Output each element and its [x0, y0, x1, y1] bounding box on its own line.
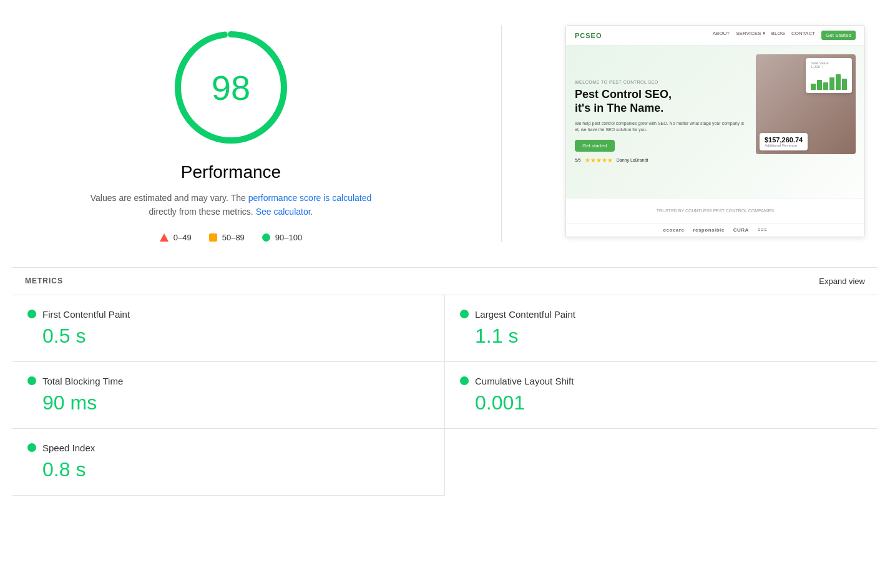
trust-logo-4: ≡≡≡	[758, 227, 768, 233]
mock-review-score: 5/5	[575, 158, 581, 162]
calculator-link[interactable]: See calculator	[256, 207, 311, 217]
trusted-label: TRUSTED BY COUNTLESS PEST CONTROL COMPAN…	[657, 208, 774, 213]
metrics-header: METRICS Expand view	[12, 268, 878, 295]
trust-logo-2: responsible	[693, 227, 724, 233]
metrics-label: METRICS	[25, 277, 63, 285]
metric-lcp: Largest Contentful Paint 1.1 s	[445, 295, 878, 362]
performance-score-link[interactable]: performance score is calculated	[248, 193, 372, 203]
legend-item-low: 0–49	[160, 233, 192, 242]
metric-fcp-value: 0.5 s	[27, 325, 429, 348]
bar-1	[811, 84, 816, 90]
nav-blog: BLOG	[771, 31, 785, 40]
metric-si: Speed Index 0.8 s	[12, 429, 445, 496]
expand-view-button[interactable]: Expand view	[819, 277, 865, 286]
mock-hero-body: We help pest control companies grow with…	[575, 120, 750, 134]
description-suffix: .	[311, 207, 313, 217]
metric-fcp-name: First Contentful Paint	[42, 309, 130, 320]
mock-nav-links: ABOUT SERVICES ▾ BLOG CONTACT Get Starte…	[713, 31, 856, 40]
low-range-label: 0–49	[174, 233, 192, 242]
metric-tbt-header: Total Blocking Time	[27, 376, 429, 386]
screenshot-mockup: PCSEO ABOUT SERVICES ▾ BLOG CONTACT Get …	[566, 26, 864, 237]
bar-6	[842, 79, 847, 90]
performance-title: Performance	[181, 162, 281, 182]
legend-row: 0–49 50–89 90–100	[160, 233, 302, 242]
mock-hero-text: WELCOME TO PEST CONTROL SEO Pest Control…	[575, 54, 750, 189]
metric-si-dot	[27, 443, 36, 452]
mock-hero-image: Sale Value1,200 ↑	[756, 54, 856, 154]
main-container: 98 Performance Values are estimated and …	[0, 0, 890, 521]
bar-3	[823, 82, 828, 90]
nav-cta: Get Started	[821, 31, 856, 40]
trust-logo-3: CURA	[733, 227, 749, 233]
mock-logo: PCSEO	[575, 32, 602, 39]
description-prefix: Values are estimated and may vary. The	[90, 193, 248, 203]
metric-si-name: Speed Index	[42, 443, 95, 453]
description-text: Values are estimated and may vary. The p…	[81, 191, 381, 219]
mock-stars: ★★★★★	[585, 157, 613, 164]
trust-logos-row: ecocare responsible CURA ≡≡≡	[566, 223, 864, 237]
metric-cls-header: Cumulative Layout Shift	[460, 376, 863, 386]
metrics-grid: First Contentful Paint 0.5 s Largest Con…	[12, 295, 878, 496]
mid-range-label: 50–89	[222, 233, 245, 242]
metric-fcp-dot	[27, 310, 36, 318]
legend-item-high: 90–100	[262, 233, 302, 242]
mock-hero-sub: WELCOME TO PEST CONTROL SEO	[575, 80, 750, 84]
metrics-section: METRICS Expand view First Contentful Pai…	[12, 267, 878, 496]
metric-lcp-value: 1.1 s	[460, 325, 863, 348]
mid-icon	[209, 233, 217, 242]
nav-contact: CONTACT	[791, 31, 815, 40]
vertical-divider	[501, 25, 502, 242]
right-panel: PCSEO ABOUT SERVICES ▾ BLOG CONTACT Get …	[565, 25, 865, 237]
metric-cls-dot	[460, 376, 469, 385]
metric-tbt-name: Total Blocking Time	[42, 376, 123, 386]
trust-logo-1: ecocare	[663, 227, 685, 233]
mock-nav: PCSEO ABOUT SERVICES ▾ BLOG CONTACT Get …	[566, 26, 864, 46]
nav-services: SERVICES ▾	[736, 31, 765, 40]
legend-item-mid: 50–89	[209, 233, 245, 242]
metric-tbt-dot	[27, 376, 36, 385]
high-range-label: 90–100	[275, 233, 302, 242]
metric-tbt-value: 90 ms	[27, 391, 429, 414]
bar-5	[836, 74, 841, 90]
metric-tbt: Total Blocking Time 90 ms	[12, 362, 445, 429]
metric-fcp: First Contentful Paint 0.5 s	[12, 295, 445, 362]
low-icon	[160, 233, 169, 242]
bar-4	[829, 77, 834, 90]
metric-fcp-header: First Contentful Paint	[27, 309, 429, 320]
high-icon	[262, 233, 270, 242]
metric-lcp-name: Largest Contentful Paint	[475, 309, 575, 320]
mock-hero-cta: Get started	[575, 140, 615, 152]
stat-label: Sale Value1,200 ↑	[811, 61, 847, 69]
mock-hero-title: Pest Control SEO,it's in The Name.	[575, 88, 750, 115]
mock-bar-chart	[811, 71, 847, 90]
site-screenshot: PCSEO ABOUT SERVICES ▾ BLOG CONTACT Get …	[565, 25, 865, 237]
gauge-container: 98	[169, 25, 293, 150]
stat-sub: Additional Revenue	[765, 144, 803, 147]
metric-cls-name: Cumulative Layout Shift	[475, 376, 574, 386]
description-middle: directly from these metrics.	[149, 207, 256, 217]
metric-si-header: Speed Index	[27, 443, 429, 453]
mock-hero: WELCOME TO PEST CONTROL SEO Pest Control…	[566, 46, 864, 198]
metric-si-value: 0.8 s	[27, 458, 429, 481]
mock-stat-card-bottom: $157,260.74 Additional Revenue	[760, 133, 808, 150]
mock-stat-card-top: Sale Value1,200 ↑	[806, 58, 852, 93]
metric-cls-value: 0.001	[460, 391, 863, 414]
nav-about: ABOUT	[713, 31, 730, 40]
bar-2	[817, 80, 822, 90]
top-section: 98 Performance Values are estimated and …	[12, 25, 878, 242]
mock-reviewer: Danny LeBrandt	[617, 158, 648, 162]
score-value: 98	[212, 67, 250, 108]
stat-amount: $157,260.74	[765, 136, 803, 144]
metric-lcp-header: Largest Contentful Paint	[460, 309, 863, 320]
left-panel: 98 Performance Values are estimated and …	[25, 25, 437, 242]
mock-review: 5/5 ★★★★★ Danny LeBrandt	[575, 157, 750, 164]
metric-cls: Cumulative Layout Shift 0.001	[445, 362, 878, 429]
metric-lcp-dot	[460, 310, 469, 318]
mock-trusted: TRUSTED BY COUNTLESS PEST CONTROL COMPAN…	[566, 198, 864, 223]
